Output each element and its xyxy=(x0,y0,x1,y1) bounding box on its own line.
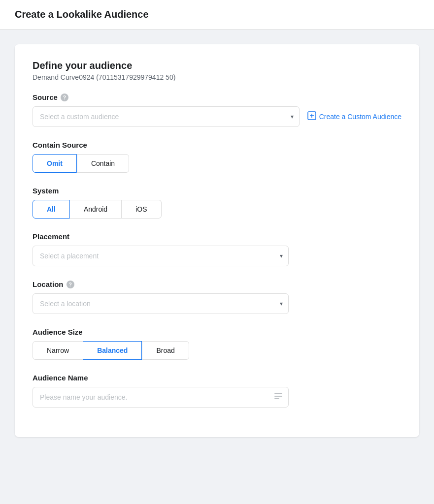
svg-rect-3 xyxy=(274,393,282,394)
placement-label: Placement xyxy=(33,232,69,241)
create-link-icon xyxy=(307,111,316,122)
contain-button[interactable]: Contain xyxy=(77,154,129,173)
location-help-icon[interactable]: ? xyxy=(67,281,74,288)
android-button[interactable]: Android xyxy=(70,200,122,219)
source-label: Source xyxy=(33,93,58,101)
balanced-button[interactable]: Balanced xyxy=(83,341,142,360)
source-field-group: Source ? Select a custom audience ▾ xyxy=(33,93,401,127)
source-help-icon[interactable]: ? xyxy=(61,94,68,101)
audience-size-buttons: Narrow Balanced Broad xyxy=(33,341,401,360)
create-link-label: Create a Custom Audience xyxy=(319,113,401,121)
create-custom-audience-link[interactable]: Create a Custom Audience xyxy=(307,111,401,122)
audience-name-label: Audience Name xyxy=(33,374,88,382)
section-header: Define your audience Demand Curve0924 (7… xyxy=(33,60,401,81)
narrow-button[interactable]: Narrow xyxy=(33,341,83,360)
audience-name-group: Audience Name xyxy=(33,374,401,408)
all-button[interactable]: All xyxy=(33,200,70,219)
svg-rect-5 xyxy=(274,398,279,399)
card: Define your audience Demand Curve0924 (7… xyxy=(15,44,419,437)
location-group: Location ? Select a location ▾ xyxy=(33,280,401,314)
page-title: Create a Lookalike Audience xyxy=(15,9,419,20)
source-select-wrapper: Select a custom audience ▾ xyxy=(33,106,300,127)
audience-size-label: Audience Size xyxy=(33,328,83,336)
placement-select-wrapper: Select a placement ▾ xyxy=(33,246,289,266)
location-label: Location xyxy=(33,280,64,288)
system-buttons: All Android iOS xyxy=(33,200,401,219)
section-subtitle: Demand Curve0924 (70115317929979412 50) xyxy=(33,73,401,81)
audience-name-input[interactable] xyxy=(33,387,289,408)
contain-source-buttons: Omit Contain xyxy=(33,154,401,173)
section-title: Define your audience xyxy=(33,60,401,71)
broad-button[interactable]: Broad xyxy=(142,341,189,360)
contain-source-label: Contain Source xyxy=(33,141,87,149)
page-header: Create a Lookalike Audience xyxy=(0,0,434,30)
contain-source-group: Contain Source Omit Contain xyxy=(33,141,401,173)
system-label: System xyxy=(33,187,59,195)
location-select-wrapper: Select a location ▾ xyxy=(33,293,289,314)
name-input-icon xyxy=(274,392,283,403)
location-select[interactable]: Select a location xyxy=(33,293,289,314)
placement-group: Placement Select a placement ▾ xyxy=(33,232,401,266)
source-select[interactable]: Select a custom audience xyxy=(33,106,300,127)
ios-button[interactable]: iOS xyxy=(122,200,161,219)
placement-select[interactable]: Select a placement xyxy=(33,246,289,266)
system-group: System All Android iOS xyxy=(33,187,401,219)
main-content: Define your audience Demand Curve0924 (7… xyxy=(0,30,434,452)
audience-size-group: Audience Size Narrow Balanced Broad xyxy=(33,328,401,360)
svg-rect-4 xyxy=(274,396,282,397)
name-input-wrapper xyxy=(33,387,289,408)
omit-button[interactable]: Omit xyxy=(33,154,77,173)
